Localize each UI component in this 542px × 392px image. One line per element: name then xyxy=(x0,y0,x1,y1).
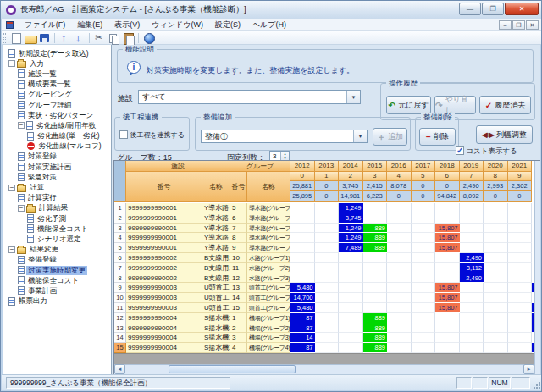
grid-cell-year-2020[interactable] xyxy=(484,303,508,313)
grid-row-number[interactable]: 1 xyxy=(114,203,126,213)
close-button[interactable]: ✕ xyxy=(505,3,539,15)
grid-value-cell-2015[interactable]: 889 xyxy=(363,313,388,323)
grid-cell-year-2018[interactable] xyxy=(435,213,460,224)
grid-cell-year-2017[interactable] xyxy=(412,243,436,253)
grid-cell-year-2019[interactable] xyxy=(460,313,484,323)
tree-item-12[interactable]: 緊急対策 xyxy=(3,172,111,182)
grid-cell-year-2014[interactable] xyxy=(339,273,363,284)
grid-cell-year-2018[interactable] xyxy=(435,253,460,263)
postprocess-checkbox[interactable] xyxy=(119,130,128,139)
grid-row-number[interactable]: 4 xyxy=(114,233,126,243)
tree-item-0[interactable]: 初期設定(データ取込) xyxy=(3,48,111,58)
grid-value-cell-2018[interactable]: 15,807 xyxy=(435,283,460,293)
grid-row-number[interactable]: 12 xyxy=(114,313,126,323)
grid-cell-year-2017[interactable] xyxy=(412,263,436,273)
add-button[interactable]: ＋ 追加 xyxy=(373,128,407,146)
grid-cell-year-2019[interactable] xyxy=(460,213,484,224)
grid-cell-year-2020[interactable] xyxy=(484,343,508,353)
menu-settings[interactable]: 設定(S) xyxy=(209,19,246,30)
grid-value-cell-2014[interactable]: 3,745 xyxy=(339,213,363,224)
grid-value-cell-2012[interactable]: 87 xyxy=(290,313,315,323)
scrollbar-left-arrow[interactable]: ◄ xyxy=(114,364,125,374)
mdi-close-button[interactable]: ✕ xyxy=(526,20,539,30)
grid-cell-year-2012[interactable] xyxy=(290,263,315,273)
grid-cell-year-2016[interactable] xyxy=(387,213,412,224)
grid-cell-year-2018[interactable] xyxy=(435,263,460,273)
grid-value-cell-2014[interactable]: 1,249 xyxy=(339,233,363,243)
grid-value-cell-2015[interactable]: 889 xyxy=(363,323,388,334)
grid-cell-year-2012[interactable] xyxy=(290,224,315,234)
grid-vertical-scrollbar[interactable] xyxy=(534,161,540,375)
grid-row-number[interactable]: 7 xyxy=(114,263,126,273)
grid-cell-year-2013[interactable] xyxy=(315,293,340,303)
copy-icon[interactable] xyxy=(108,32,120,44)
grid-cell-year-2017[interactable] xyxy=(412,213,436,224)
grid-cell-year-2017[interactable] xyxy=(412,293,436,303)
grid-cell-year-2016[interactable] xyxy=(387,333,412,343)
grid-cell-year-2014[interactable] xyxy=(339,263,363,273)
save-icon[interactable] xyxy=(38,32,51,44)
grid-cell-year-2017[interactable] xyxy=(412,233,436,243)
minimize-button[interactable]: — xyxy=(459,3,481,15)
tree-item-19[interactable]: −結果変更 xyxy=(3,245,111,255)
help-globe-icon[interactable] xyxy=(142,32,155,44)
grid-cell-year-2015[interactable] xyxy=(363,293,388,303)
scrollbar-right-arrow[interactable]: ► xyxy=(523,364,534,374)
grid-cell-year-2019[interactable] xyxy=(460,333,484,343)
clear-history-button[interactable]: ✓ 履歴消去 xyxy=(479,96,531,114)
grid-value-cell-2014[interactable]: 1,249 xyxy=(339,203,363,213)
grid-cell-year-2020[interactable] xyxy=(484,313,508,323)
grid-cell-year-2021[interactable] xyxy=(508,313,533,323)
grid-cell-year-2020[interactable] xyxy=(484,213,508,224)
grid-cell-year-2019[interactable] xyxy=(460,323,484,334)
grid-cell-year-2015[interactable] xyxy=(363,283,388,293)
grid-cell-year-2012[interactable] xyxy=(290,243,315,253)
grid-value-cell-2015[interactable]: 889 xyxy=(363,343,388,353)
tree-item-21[interactable]: 対策実施時期変更 xyxy=(3,265,111,275)
grid-cell-year-2014[interactable] xyxy=(339,313,363,323)
grid-cell-year-2019[interactable] xyxy=(460,243,484,253)
grid-cell-year-2016[interactable] xyxy=(387,283,412,293)
grid-value-cell-2018[interactable]: 15,807 xyxy=(435,293,460,303)
menu-edit[interactable]: 編集(E) xyxy=(71,19,108,30)
cost-checkbox[interactable] xyxy=(456,146,464,155)
grid-cell-year-2013[interactable] xyxy=(315,253,340,263)
grid-cell-year-2018[interactable] xyxy=(435,203,460,213)
grid-cell-year-2012[interactable] xyxy=(290,203,315,213)
grid-cell-year-2020[interactable] xyxy=(484,293,508,303)
grid-value-cell-2018[interactable]: 15,807 xyxy=(435,303,460,313)
tree-item-9[interactable]: 劣化曲線(マルコフ) xyxy=(3,141,111,152)
grid-cell-year-2021[interactable] xyxy=(508,343,533,353)
grid-cell-year-2019[interactable] xyxy=(460,343,484,353)
grid-value-cell-2014[interactable]: 1,249 xyxy=(339,224,363,234)
tree-item-22[interactable]: 機能保全コスト xyxy=(3,275,111,285)
grid-cell-year-2016[interactable] xyxy=(387,323,412,334)
grid-cell-year-2013[interactable] xyxy=(315,263,340,273)
grid-cell-year-2020[interactable] xyxy=(484,283,508,293)
title-bar[interactable]: 長寿郎／AG 計画策定システム - [さんぷる事業（機能診断）] — ❐ ✕ xyxy=(1,1,542,19)
grid-cell-year-2013[interactable] xyxy=(315,343,340,353)
grid-row-number[interactable]: 9 xyxy=(114,283,126,293)
grid-value-cell-2012[interactable]: 14,700 xyxy=(290,293,315,303)
grid-cell-year-2015[interactable] xyxy=(363,263,388,273)
grid-cell-year-2021[interactable] xyxy=(508,323,533,334)
grid-value-cell-2012[interactable]: 5,480 xyxy=(290,303,315,313)
tree-expander[interactable]: − xyxy=(8,60,15,67)
grid-cell-year-2017[interactable] xyxy=(412,313,436,323)
grid-cell-year-2013[interactable] xyxy=(315,313,340,323)
menu-view[interactable]: 表示(V) xyxy=(108,19,146,30)
grid-cell-year-2020[interactable] xyxy=(484,224,508,234)
grid-row-number[interactable]: 14 xyxy=(114,333,126,343)
grid-row-number[interactable]: 10 xyxy=(114,293,126,303)
grid-cell-year-2021[interactable] xyxy=(508,203,533,213)
grid-row-number[interactable]: 11 xyxy=(114,303,126,313)
grid-row-number[interactable]: 2 xyxy=(114,213,126,224)
grid-value-cell-2012[interactable]: 87 xyxy=(290,323,315,334)
tree-item-14[interactable]: 計算実行 xyxy=(3,193,111,203)
column-width-button[interactable]: ◀‖▶ 列幅調整 xyxy=(476,125,533,144)
grid-cell-year-2013[interactable] xyxy=(315,243,340,253)
grid-cell-year-2013[interactable] xyxy=(315,213,340,224)
grid-cell-year-2015[interactable] xyxy=(363,253,388,263)
maximize-button[interactable]: ❐ xyxy=(482,3,504,15)
grid-cell-year-2014[interactable] xyxy=(339,253,363,263)
